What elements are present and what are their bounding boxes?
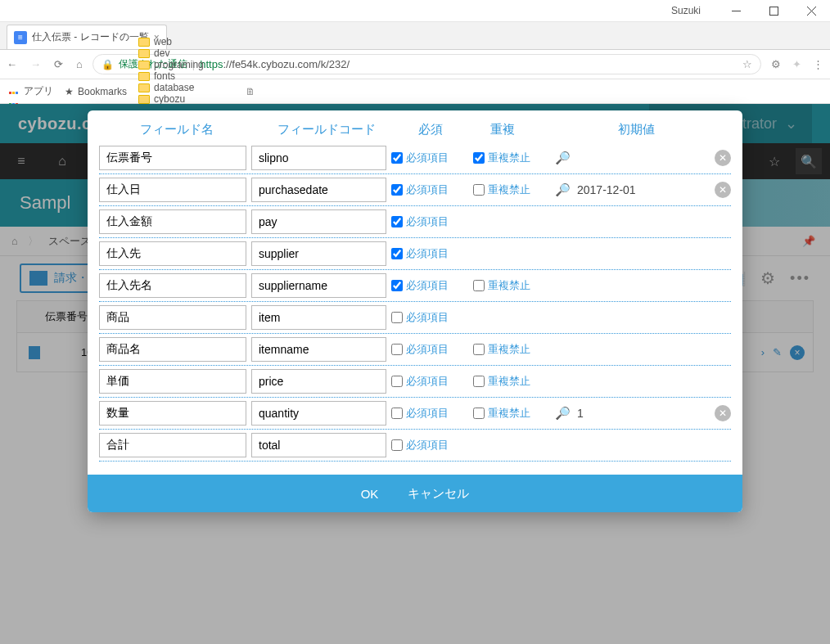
fieldname-input[interactable]: [99, 433, 246, 457]
bookmark-page-icon[interactable]: 🗎: [246, 86, 255, 97]
ok-button[interactable]: OK: [361, 487, 379, 501]
required-checkbox[interactable]: [391, 184, 403, 196]
field-row: 必須項目重複禁止: [99, 334, 731, 366]
fieldcode-input[interactable]: [251, 369, 386, 394]
fieldcode-input[interactable]: [251, 273, 386, 298]
required-label[interactable]: 必須項目: [406, 182, 449, 197]
bookmark-folder[interactable]: web: [138, 36, 223, 47]
required-checkbox[interactable]: [391, 248, 403, 259]
required-checkbox[interactable]: [391, 280, 403, 291]
required-label[interactable]: 必須項目: [406, 342, 449, 357]
fieldname-input[interactable]: [99, 401, 246, 426]
fieldname-input[interactable]: [99, 369, 246, 394]
required-checkbox[interactable]: [391, 152, 403, 164]
lookup-icon[interactable]: 🔍: [555, 151, 571, 165]
unique-cell: 重複禁止: [473, 406, 550, 421]
window-minimize-button[interactable]: [717, 0, 755, 22]
field-config-dialog: フィールド名 フィールドコード 必須 重複 初期値 必須項目重複禁止🔍✕必須項目…: [88, 110, 742, 512]
fieldcode-input[interactable]: [251, 433, 386, 457]
window-close-button[interactable]: [792, 0, 830, 22]
required-checkbox[interactable]: [391, 376, 403, 387]
cancel-button[interactable]: キャンセル: [408, 486, 469, 502]
required-checkbox[interactable]: [391, 408, 403, 419]
window-maximize-button[interactable]: [755, 0, 792, 22]
fieldname-input[interactable]: [99, 273, 246, 298]
unique-label[interactable]: 重複禁止: [488, 342, 530, 357]
unique-cell: 重複禁止: [473, 151, 550, 165]
required-checkbox[interactable]: [391, 216, 403, 227]
page-content: cybozu.com Administrator ⌄ ≡ ⌂ ☆ 🔍 Sampl…: [0, 104, 830, 644]
unique-label[interactable]: 重複禁止: [488, 406, 530, 421]
bookmark-folder[interactable]: programing: [138, 59, 223, 70]
required-checkbox[interactable]: [391, 344, 403, 355]
apps-button[interactable]: アプリ: [8, 84, 53, 98]
fieldcode-input[interactable]: [251, 209, 386, 234]
header-unique: 重複: [463, 122, 541, 137]
nav-back-icon[interactable]: ←: [7, 58, 17, 70]
required-label[interactable]: 必須項目: [406, 310, 449, 325]
unique-checkbox[interactable]: [473, 152, 485, 164]
required-label[interactable]: 必須項目: [406, 214, 449, 229]
field-row: 必須項目重複禁止🔍1✕: [99, 398, 731, 430]
fieldname-input[interactable]: [99, 209, 246, 234]
unique-checkbox[interactable]: [473, 344, 485, 355]
unique-label[interactable]: 重複禁止: [488, 151, 530, 165]
fieldcode-input[interactable]: [251, 401, 386, 426]
fieldcode-input[interactable]: [251, 178, 386, 202]
required-label[interactable]: 必須項目: [406, 151, 449, 165]
unique-checkbox[interactable]: [473, 408, 485, 419]
required-label[interactable]: 必須項目: [406, 438, 449, 453]
unique-checkbox[interactable]: [473, 184, 485, 196]
unique-cell: 重複禁止: [473, 374, 550, 389]
fieldname-input[interactable]: [99, 337, 246, 362]
nav-home-icon[interactable]: ⌂: [76, 58, 83, 70]
bookmarks-bar: アプリ ★ Bookmarks webdevprogramingfontsdat…: [0, 79, 830, 104]
extension-icon[interactable]: ⚙: [771, 58, 781, 70]
lookup-icon[interactable]: 🔍: [555, 406, 571, 421]
clear-icon[interactable]: ✕: [715, 405, 731, 421]
required-cell: 必須項目: [391, 406, 468, 421]
fieldname-input[interactable]: [99, 241, 246, 266]
required-label[interactable]: 必須項目: [406, 278, 449, 293]
fieldcode-input[interactable]: [251, 337, 386, 362]
required-checkbox[interactable]: [391, 312, 403, 323]
required-cell: 必須項目: [391, 246, 468, 261]
unique-label[interactable]: 重複禁止: [488, 278, 530, 293]
unique-label[interactable]: 重複禁止: [488, 374, 530, 389]
required-cell: 必須項目: [391, 278, 468, 293]
bookmark-folder[interactable]: fonts: [138, 70, 223, 82]
bookmark-star-icon[interactable]: ☆: [742, 58, 752, 70]
bookmark-folder[interactable]: cybozu: [138, 93, 223, 105]
unique-checkbox[interactable]: [473, 376, 485, 387]
initial-value: 2017-12-01: [577, 183, 636, 196]
lookup-icon[interactable]: 🔍: [555, 182, 571, 197]
bookmark-bookmarks[interactable]: ★ Bookmarks: [65, 86, 127, 97]
field-row: 必須項目重複禁止🔍2017-12-01✕: [99, 174, 731, 206]
browser-menu-icon[interactable]: ⋮: [813, 58, 823, 70]
required-label[interactable]: 必須項目: [406, 246, 449, 261]
fieldcode-input[interactable]: [251, 305, 386, 330]
unique-label[interactable]: 重複禁止: [488, 182, 530, 197]
nav-forward-icon[interactable]: →: [30, 58, 41, 70]
tab-favicon-icon: ≡: [14, 31, 27, 44]
initial-cell: 🔍1✕: [555, 405, 731, 421]
required-label[interactable]: 必須項目: [406, 374, 449, 389]
required-label[interactable]: 必須項目: [406, 406, 449, 421]
bookmark-folder[interactable]: database: [138, 82, 223, 93]
extension-icon[interactable]: ✦: [792, 58, 801, 70]
nav-reload-icon[interactable]: ⟳: [54, 58, 63, 70]
fieldname-input[interactable]: [99, 305, 246, 330]
field-row: 必須項目重複禁止: [99, 366, 731, 398]
required-cell: 必須項目: [391, 342, 468, 357]
bookmark-folder[interactable]: dev: [138, 47, 223, 59]
fieldcode-input[interactable]: [251, 146, 386, 170]
clear-icon[interactable]: ✕: [715, 150, 731, 166]
fieldname-input[interactable]: [99, 146, 246, 170]
svg-rect-1: [769, 7, 778, 15]
required-checkbox[interactable]: [391, 439, 403, 451]
fieldcode-input[interactable]: [251, 241, 386, 266]
required-cell: 必須項目: [391, 374, 468, 389]
clear-icon[interactable]: ✕: [715, 182, 731, 198]
fieldname-input[interactable]: [99, 178, 246, 202]
unique-checkbox[interactable]: [473, 280, 485, 291]
